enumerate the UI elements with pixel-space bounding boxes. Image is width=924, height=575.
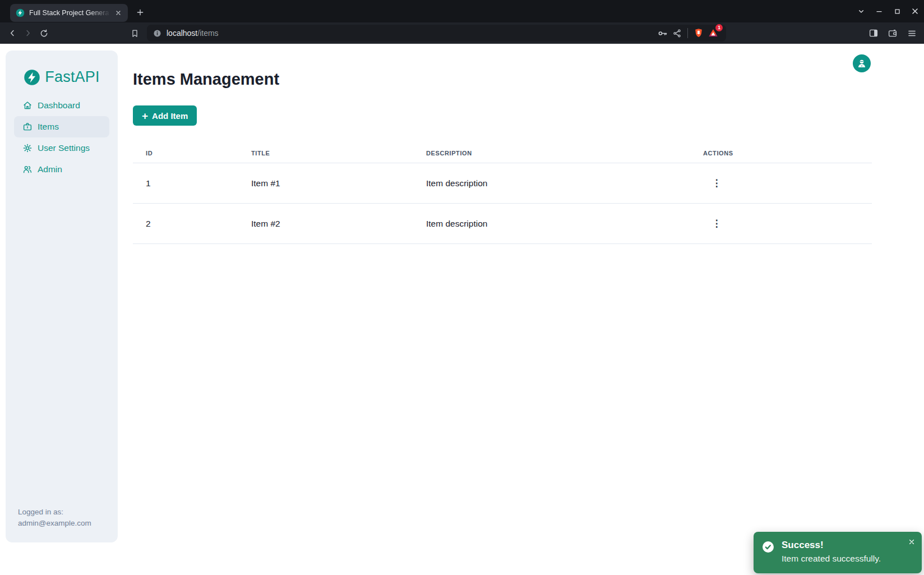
brave-rewards-icon[interactable]: 1 bbox=[706, 26, 720, 40]
sidebar-nav: Dashboard Items User Settings Admin bbox=[6, 95, 118, 180]
sidebar-item-admin[interactable]: Admin bbox=[14, 159, 109, 180]
add-item-label: Add Item bbox=[152, 111, 188, 121]
cell-title: Item #1 bbox=[238, 178, 413, 188]
logged-in-label: Logged in as: bbox=[18, 507, 105, 518]
window-maximize-icon[interactable] bbox=[889, 3, 905, 19]
reload-icon[interactable] bbox=[36, 25, 52, 41]
column-header-title: TITLE bbox=[238, 150, 413, 157]
site-info-icon[interactable] bbox=[153, 29, 162, 38]
toast-title: Success! bbox=[782, 539, 915, 551]
row-actions-kebab-icon[interactable]: ⋮ bbox=[709, 217, 724, 231]
briefcase-icon bbox=[22, 122, 33, 132]
table-row: 1 Item #1 Item description ⋮ bbox=[133, 163, 872, 204]
address-bar[interactable]: localhost/items 1 bbox=[147, 25, 726, 42]
toast-close-icon[interactable] bbox=[906, 536, 917, 548]
forward-icon[interactable] bbox=[20, 25, 36, 41]
sidebar-item-user-settings[interactable]: User Settings bbox=[14, 137, 109, 159]
page-content: FastAPI Dashboard Items User Settings bbox=[0, 44, 924, 575]
sidebar-toggle-icon[interactable] bbox=[866, 25, 881, 41]
url-text: localhost/items bbox=[167, 29, 219, 38]
window-close-icon[interactable] bbox=[907, 3, 923, 19]
fastapi-logo-icon bbox=[24, 69, 40, 86]
browser-titlebar: Full Stack Project Genera bbox=[0, 0, 924, 22]
menu-icon[interactable] bbox=[904, 25, 920, 41]
sidebar-item-items[interactable]: Items bbox=[14, 116, 109, 137]
app-sidebar: FastAPI Dashboard Items User Settings bbox=[6, 50, 118, 542]
bookmark-icon[interactable] bbox=[127, 25, 142, 41]
logo-text: FastAPI bbox=[45, 68, 99, 86]
column-header-id: ID bbox=[133, 150, 238, 157]
success-toast: Success! Item created successfully. bbox=[754, 532, 922, 573]
brave-shield-icon[interactable] bbox=[691, 26, 706, 40]
sidebar-item-label: Items bbox=[38, 122, 59, 132]
sidebar-item-dashboard[interactable]: Dashboard bbox=[14, 95, 109, 116]
tab-search-icon[interactable] bbox=[853, 3, 869, 19]
toolbar-separator bbox=[687, 28, 688, 38]
logged-in-email: admin@example.com bbox=[18, 518, 105, 529]
table-row: 2 Item #2 Item description ⋮ bbox=[133, 204, 872, 244]
items-table: ID TITLE DESCRIPTION ACTIONS 1 Item #1 I… bbox=[133, 144, 872, 244]
row-actions-kebab-icon[interactable]: ⋮ bbox=[709, 176, 724, 191]
users-icon bbox=[22, 164, 33, 174]
cell-id: 2 bbox=[133, 219, 238, 229]
home-icon bbox=[22, 100, 33, 111]
fastapi-logo: FastAPI bbox=[6, 68, 118, 86]
rewards-badge: 1 bbox=[715, 24, 723, 31]
table-header-row: ID TITLE DESCRIPTION ACTIONS bbox=[133, 144, 872, 163]
new-tab-button[interactable] bbox=[132, 4, 148, 20]
browser-tab[interactable]: Full Stack Project Genera bbox=[10, 4, 128, 22]
tab-close-icon[interactable] bbox=[113, 8, 123, 18]
sidebar-item-label: Admin bbox=[38, 164, 62, 174]
check-circle-icon bbox=[761, 540, 775, 554]
tab-title: Full Stack Project Genera bbox=[29, 9, 113, 17]
add-item-button[interactable]: + Add Item bbox=[133, 105, 197, 126]
page-title: Items Management bbox=[133, 70, 872, 89]
plus-icon: + bbox=[142, 111, 148, 121]
share-icon[interactable] bbox=[669, 26, 684, 40]
gear-icon bbox=[22, 143, 33, 153]
cell-id: 1 bbox=[133, 178, 238, 188]
window-minimize-icon[interactable] bbox=[871, 3, 887, 19]
column-header-description: DESCRIPTION bbox=[413, 150, 690, 157]
back-icon[interactable] bbox=[4, 25, 20, 41]
wallet-icon[interactable] bbox=[885, 25, 900, 41]
cell-description: Item description bbox=[413, 219, 690, 229]
main-content: Items Management + Add Item ID TITLE DES… bbox=[133, 44, 872, 244]
column-header-actions: ACTIONS bbox=[690, 150, 872, 157]
toast-message: Item created successfully. bbox=[782, 553, 915, 564]
logged-in-info: Logged in as: admin@example.com bbox=[6, 507, 118, 542]
browser-toolbar: localhost/items 1 bbox=[0, 22, 924, 44]
password-key-icon[interactable] bbox=[655, 26, 669, 40]
cell-title: Item #2 bbox=[238, 219, 413, 229]
fastapi-favicon-icon bbox=[16, 8, 25, 17]
cell-description: Item description bbox=[413, 178, 690, 188]
sidebar-item-label: User Settings bbox=[38, 143, 90, 153]
sidebar-item-label: Dashboard bbox=[38, 100, 80, 111]
